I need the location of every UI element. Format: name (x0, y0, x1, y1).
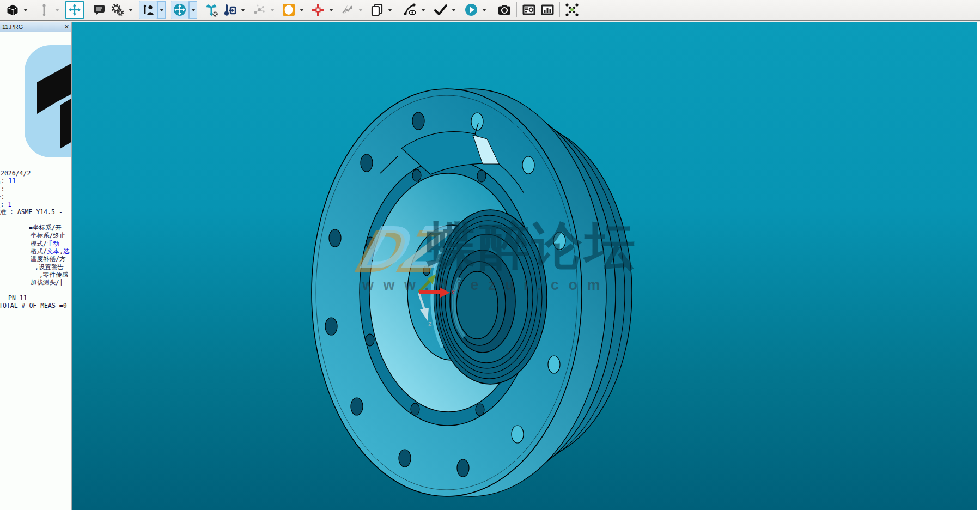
manual-mode-icon (141, 3, 155, 17)
program-tab-bar[interactable]: 11.PRG ✕ (0, 22, 71, 32)
part-program-icon (25, 45, 72, 160)
point-cloud-button[interactable] (563, 1, 581, 19)
settings-gears-button[interactable] (108, 1, 127, 19)
toolbar-separator (516, 2, 517, 17)
program-tab-title: 11.PRG (2, 23, 23, 30)
constellation-dropdown[interactable] (269, 1, 276, 19)
probe-path-eye-dropdown[interactable] (419, 1, 427, 19)
probe-path-eye-button[interactable] (401, 1, 419, 19)
constellation-button[interactable] (250, 1, 269, 19)
graphics-viewport[interactable]: DZ DZ 蝶醉论坛 www.diezui.com x z (72, 22, 980, 510)
graph-window-button[interactable] (538, 1, 557, 19)
lightning-arrow-button[interactable] (338, 1, 357, 19)
move-mode-button[interactable] (171, 1, 189, 19)
toolbar-separator (87, 2, 87, 17)
probe-pin-button[interactable] (35, 1, 53, 19)
pan-view-button[interactable] (65, 1, 84, 19)
settings-gears-dropdown[interactable] (127, 1, 134, 19)
window-edge-strip (977, 22, 980, 510)
target-feature-icon (311, 3, 325, 17)
constellation-icon (252, 3, 266, 17)
settings-gears-icon (111, 3, 125, 17)
manual-mode-dropdown[interactable] (157, 1, 166, 19)
checkmark-icon (434, 3, 448, 17)
toolbar-separator (559, 2, 560, 17)
program-panel: 11.PRG ✕ 2026/4/2名: 11号:号:数: 1标准 : ASME … (0, 22, 72, 510)
manual-mode-button[interactable] (139, 1, 157, 19)
copy-pages-icon (370, 3, 384, 17)
temperature-compensation-dropdown[interactable] (239, 1, 246, 19)
toolbar-separator (492, 2, 492, 17)
branch-arrows-button[interactable] (202, 1, 221, 19)
axis-x-label: x (451, 288, 455, 296)
comment-icon (92, 3, 106, 17)
ellipse-feature-dropdown[interactable] (298, 1, 305, 19)
point-cloud-icon (565, 3, 579, 17)
copy-pages-dropdown[interactable] (386, 1, 393, 19)
main-toolbar (0, 0, 980, 21)
move-mode-icon (173, 3, 187, 17)
target-feature-dropdown[interactable] (327, 1, 334, 19)
move-mode-dropdown[interactable] (189, 1, 197, 19)
graph-window-icon (540, 3, 555, 17)
execute-play-icon (464, 3, 478, 17)
execute-play-dropdown[interactable] (480, 1, 488, 19)
edit-window-text: 2026/4/2名: 11号:号:数: 1标准 : ASME Y14.5 - =… (0, 169, 71, 309)
cad-model-view[interactable]: DZ DZ 蝶醉论坛 www.diezui.com x z (72, 22, 980, 510)
report-window-button[interactable] (520, 1, 538, 19)
view-cube-dropdown[interactable] (22, 1, 29, 19)
target-feature-button[interactable] (309, 1, 327, 19)
axis-z-label: z (428, 319, 432, 327)
ellipse-feature-icon (282, 3, 296, 17)
comment-button[interactable] (90, 1, 108, 19)
view-cube-icon (5, 3, 20, 17)
watermark-forum-text: 蝶醉论坛 (425, 217, 637, 274)
temperature-compensation-button[interactable] (221, 1, 239, 19)
probe-pin-dropdown[interactable] (53, 1, 60, 19)
report-window-icon (522, 3, 536, 17)
lightning-arrow-icon (340, 3, 355, 17)
toolbar-separator (398, 2, 398, 17)
close-icon[interactable]: ✕ (64, 22, 69, 31)
camera-icon (497, 3, 512, 17)
probe-pin-icon (37, 3, 51, 17)
watermark-url-text: www.diezui.com (362, 277, 610, 293)
probe-path-eye-icon (403, 3, 417, 17)
camera-button[interactable] (495, 1, 514, 19)
pan-view-icon (68, 3, 81, 16)
view-cube-button[interactable] (3, 1, 22, 19)
checkmark-dropdown[interactable] (450, 1, 457, 19)
watermark: DZ DZ 蝶醉论坛 www.diezui.com (349, 213, 637, 293)
branch-arrows-icon (204, 3, 218, 17)
checkmark-button[interactable] (431, 1, 450, 19)
execute-play-button[interactable] (462, 1, 480, 19)
temperature-compensation-icon (223, 3, 237, 17)
ellipse-feature-button[interactable] (279, 1, 298, 19)
lightning-arrow-dropdown[interactable] (357, 1, 364, 19)
copy-pages-button[interactable] (368, 1, 386, 19)
